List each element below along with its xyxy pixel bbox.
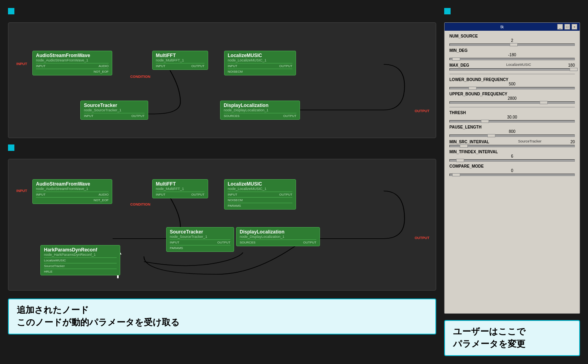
param-min-deg: MIN_DEG -180 (449, 48, 575, 60)
param-min-tfindex: MIN_TFINDEX_INTERVAL 6 (449, 150, 575, 162)
left-panel: INPUT AudioStreamFromWave node_AudioStre… (8, 8, 436, 356)
diagram-2: INPUT AudioStreamFromWave node_AudioStre… (8, 159, 436, 291)
param-min-src-interval: MIN_SRC_INTERVAL SourceTracker 20 (449, 139, 575, 147)
param-max-deg: MAX_DEG LocalizeMUSIC 180 (449, 63, 575, 71)
diagram2-audio-node: AudioStreamFromWave node_AudioStreamFrom… (32, 179, 112, 204)
param-pause-length: PAUSE_LENGTH 800 (449, 125, 575, 137)
divider-1 (449, 74, 575, 74)
slider-upper-freq[interactable] (449, 101, 575, 104)
diagram2-multifft-node: MultiFFT node_MultiFFT_1 INPUT OUTPUT (152, 179, 208, 198)
section-sourcetracker: SourceTracker (518, 139, 542, 143)
diagram1-display-node: DisplayLocalization node_DisplayLocaliza… (220, 101, 300, 120)
slider-min-src-interval[interactable] (449, 145, 575, 147)
param-upper-freq: UPPER_BOUND_FREQUENCY 2800 (449, 92, 575, 104)
tk-titlebar: tk _ □ × (445, 23, 580, 31)
slider-num-source[interactable] (449, 44, 575, 46)
diagram1-sourcetracker-node: SourceTracker node_SourceTracker_1 INPUT… (80, 101, 148, 120)
tk-title: tk (447, 24, 557, 29)
slider-min-deg[interactable] (449, 58, 575, 60)
diagram1-input-label: INPUT (16, 62, 27, 66)
tk-minimize-button[interactable]: _ (557, 24, 563, 30)
blue-marker-2 (8, 144, 14, 151)
tk-content: NUM_SOURCE 2 MIN_DEG -180 (445, 31, 580, 312)
diagram2-hark-node: HarkParamsDynReconf node_HarkParamsDynRe… (40, 245, 120, 275)
tk-close-button[interactable]: × (572, 24, 577, 30)
blue-marker-right (444, 8, 451, 14)
right-panel: tk _ □ × NUM_SOURCE 2 MIN_ (444, 8, 580, 356)
diagram1-condition-label: CONDITION (130, 75, 151, 79)
tk-window-controls: _ □ × (557, 24, 577, 30)
main-container: INPUT AudioStreamFromWave node_AudioStre… (0, 0, 588, 364)
param-compare-mode: COMPARE_MODE 0 (449, 164, 575, 176)
diagram1-output-label: OUTPUT (415, 109, 429, 113)
slider-max-deg[interactable] (449, 68, 575, 71)
param-thresh: THRESH 30.00 (449, 111, 575, 123)
param-num-source: NUM_SOURCE 2 (449, 34, 575, 46)
diagram2-sourcetracker-node: SourceTracker node_SourceTracker_1 INPUT… (166, 227, 234, 252)
divider-2 (449, 107, 575, 107)
slider-pause-length[interactable] (449, 135, 575, 137)
diagram2-input-label: INPUT (16, 189, 27, 193)
blue-marker-1 (8, 8, 14, 14)
slider-thresh[interactable] (449, 120, 575, 123)
tk-maximize-button[interactable]: □ (564, 24, 570, 30)
diagram1-connections (8, 23, 436, 138)
diagram1-audio-node: AudioStreamFromWave node_AudioStreamFrom… (32, 51, 112, 75)
slider-min-tfindex[interactable] (449, 159, 575, 162)
right-callout: ユーザーはここで パラメータを変更 (444, 320, 580, 356)
diagram1-localize-node: LocalizeMUSIC node_LocalizeMUSIC_1 INPUT… (224, 51, 296, 75)
tk-window: tk _ □ × NUM_SOURCE 2 MIN_ (444, 22, 580, 314)
bottom-row: 追加されたノード このノードが動的パラメータを受け取る (8, 299, 436, 334)
diagram2-output-label: OUTPUT (415, 236, 429, 240)
diagram2-condition-label: CONDITION (130, 202, 151, 206)
left-callout: 追加されたノード このノードが動的パラメータを受け取る (8, 299, 436, 334)
slider-compare-mode[interactable] (449, 174, 575, 176)
param-lower-freq: LOWER_BOUND_FREQUENCY 500 (449, 77, 575, 89)
diagram2-localize-node: LocalizeMUSIC node_LocalizeMUSIC_1 INPUT… (224, 179, 296, 210)
slider-lower-freq[interactable] (449, 87, 575, 89)
section-localize: LocalizeMUSIC (506, 63, 531, 67)
diagram2-display-node: DisplayLocalization node_DisplayLocaliza… (236, 227, 320, 246)
diagram1-multifft-node: MultiFFT node_MultiFFT_1 INPUT OUTPUT (152, 51, 208, 70)
diagram-1: INPUT AudioStreamFromWave node_AudioStre… (8, 22, 436, 138)
